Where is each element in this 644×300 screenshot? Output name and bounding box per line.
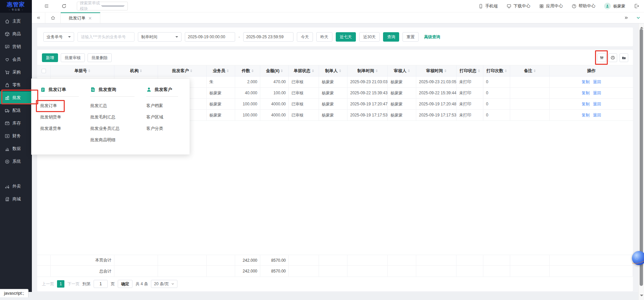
sort-icon[interactable] xyxy=(252,68,254,73)
column-header-备注[interactable]: 备注 xyxy=(510,65,550,76)
quick-range-button-昨天[interactable]: 昨天 xyxy=(316,32,332,42)
flyout-item-客户区域[interactable]: 客户区域 xyxy=(146,114,163,120)
time-type-select[interactable]: 制单时间 xyxy=(138,32,181,42)
search-button[interactable]: 查询 xyxy=(383,32,399,42)
action-link-退回[interactable]: 退回 xyxy=(593,90,601,96)
sidebar-item-财务[interactable]: 财务 xyxy=(0,130,32,142)
sort-icon[interactable] xyxy=(478,68,480,73)
tabs-scroll-left-button[interactable] xyxy=(32,12,45,23)
top-link-应用中心[interactable]: 应用中心 xyxy=(539,3,563,9)
scrollbar-up-arrow[interactable] xyxy=(640,25,643,29)
column-header-打印次数[interactable]: 打印次数 xyxy=(483,65,510,76)
top-link-下载中心[interactable]: 下载中心 xyxy=(506,3,530,9)
scrollbar-down-arrow[interactable] xyxy=(640,295,643,298)
close-tab-icon[interactable]: ✕ xyxy=(88,16,92,20)
floating-assistant-ball[interactable] xyxy=(632,251,644,265)
column-header-操作[interactable]: 操作 xyxy=(550,65,633,76)
sort-icon[interactable] xyxy=(408,68,410,73)
menu-search-input[interactable]: 搜索菜单或模块 xyxy=(77,2,128,10)
column-header-件数[interactable]: 件数 xyxy=(235,65,260,76)
sort-icon[interactable] xyxy=(281,68,283,73)
flyout-item-批发订单[interactable]: 批发订单 xyxy=(40,103,57,109)
tab-wholesale-order[interactable]: 批发订单 ✕ xyxy=(61,12,100,23)
sort-icon[interactable] xyxy=(140,68,142,73)
reset-button[interactable]: 重置 xyxy=(402,32,419,42)
filter-field-select[interactable]: 业务单号 xyxy=(43,32,74,42)
scrollbar-thumb[interactable] xyxy=(640,29,643,286)
action-link-退回[interactable]: 退回 xyxy=(593,112,601,118)
sort-icon[interactable] xyxy=(190,68,192,73)
export-button[interactable] xyxy=(620,53,628,62)
flyout-item-批发毛利汇总[interactable]: 批发毛利汇总 xyxy=(90,114,115,120)
flyout-item-批发商品明细[interactable]: 批发商品明细 xyxy=(90,137,115,143)
column-header-单据状态[interactable]: 单据状态 xyxy=(289,65,319,76)
sort-icon[interactable] xyxy=(505,68,507,73)
top-link-手机端[interactable]: 手机端 xyxy=(478,3,498,9)
column-header-打印状态[interactable]: 打印状态 xyxy=(457,65,483,76)
app-logo[interactable]: 惠管家 - 专业版 - xyxy=(0,0,32,13)
sidebar-item-批发[interactable]: 批发 xyxy=(0,91,32,104)
flyout-item-批发汇总[interactable]: 批发汇总 xyxy=(90,103,107,109)
sidebar-item-配送[interactable]: 配送 xyxy=(0,104,32,117)
column-settings-button[interactable] xyxy=(597,53,606,62)
add-button[interactable]: 新增 xyxy=(42,53,58,62)
sidebar-item-库存[interactable]: 库存 xyxy=(0,117,32,130)
sidebar-item-数据[interactable]: 数据 xyxy=(0,142,32,155)
date-end-input[interactable]: 2025-09-25 23:59:59 xyxy=(243,32,293,42)
sidebar-item-营销[interactable]: 营销 xyxy=(0,40,32,53)
column-header-审核时间[interactable]: 审核时间 xyxy=(416,65,457,76)
column-header-批发客户[interactable]: 批发客户 xyxy=(158,65,207,76)
column-header-制单人[interactable]: 制单人 xyxy=(319,65,347,76)
sidebar-item-系统[interactable]: 系统 xyxy=(0,155,32,168)
page-1-button[interactable]: 1 xyxy=(57,280,64,288)
tabs-scroll-right-button[interactable] xyxy=(624,15,629,20)
action-link-退回[interactable]: 退回 xyxy=(593,79,601,85)
quick-range-button-今天[interactable]: 今天 xyxy=(297,32,313,42)
refresh-icon[interactable] xyxy=(61,3,67,9)
action-link-复制[interactable]: 复制 xyxy=(582,101,590,107)
column-header-业务员[interactable]: 业务员 xyxy=(207,65,235,76)
sidebar-item-零售[interactable]: 零售 xyxy=(0,79,32,91)
sort-icon[interactable] xyxy=(227,68,229,73)
prev-page-button[interactable]: 上一页 xyxy=(42,281,54,287)
tabs-dropdown-icon[interactable] xyxy=(636,15,641,20)
sidebar-item-会员[interactable]: 会员 xyxy=(0,53,32,66)
goto-confirm-button[interactable]: 确定 xyxy=(118,280,132,288)
flyout-item-客户档案[interactable]: 客户档案 xyxy=(146,103,163,109)
top-link-帮助中心[interactable]: 帮助中心 xyxy=(572,3,595,9)
page-size-select[interactable]: 20 条/页 xyxy=(151,280,177,288)
action-link-复制[interactable]: 复制 xyxy=(582,112,590,118)
sidebar-item-采购[interactable]: 采购 xyxy=(0,66,32,79)
action-link-复制[interactable]: 复制 xyxy=(582,90,590,96)
goto-page-input[interactable]: 1 xyxy=(94,280,108,288)
sidebar-item-商品[interactable]: 商品 xyxy=(0,28,32,40)
quick-range-button-近七天[interactable]: 近七天 xyxy=(336,32,356,42)
print-button[interactable] xyxy=(608,53,617,62)
flyout-item-批发业务员汇总[interactable]: 批发业务员汇总 xyxy=(90,126,120,132)
action-link-退回[interactable]: 退回 xyxy=(593,101,601,107)
sort-icon[interactable] xyxy=(88,68,90,73)
flyout-item-批发退货单[interactable]: 批发退货单 xyxy=(40,126,61,132)
sort-icon[interactable] xyxy=(376,68,378,73)
sort-icon[interactable] xyxy=(444,68,446,73)
quick-range-button-近30天[interactable]: 近30天 xyxy=(359,32,380,42)
column-header-审核人[interactable]: 审核人 xyxy=(388,65,416,76)
sidebar-item-主页[interactable]: 主页 xyxy=(0,15,32,28)
user-menu[interactable]: 杨蒙蒙 xyxy=(604,3,625,9)
advanced-search-link[interactable]: 高级查询 xyxy=(424,34,440,40)
column-header-机构[interactable]: 机构 xyxy=(114,65,158,76)
flyout-item-客户分类[interactable]: 客户分类 xyxy=(146,126,163,132)
batch-audit-button[interactable]: 批量审核 xyxy=(61,53,85,62)
column-header-金额(¥)[interactable]: 金额(¥) xyxy=(260,65,289,76)
flyout-item-批发销货单[interactable]: 批发销货单 xyxy=(40,114,61,120)
batch-delete-button[interactable]: 批量删除 xyxy=(88,53,112,62)
sort-icon[interactable] xyxy=(339,68,341,73)
date-start-input[interactable]: 2025-09-19 00:00:00 xyxy=(185,32,235,42)
sidebar-item-商城[interactable]: 商城 xyxy=(0,193,32,205)
select-all-checkbox[interactable] xyxy=(42,69,46,73)
logout-icon[interactable] xyxy=(634,3,639,9)
action-link-复制[interactable]: 复制 xyxy=(582,79,590,85)
sort-icon[interactable] xyxy=(534,68,536,73)
collapse-sidebar-icon[interactable] xyxy=(44,3,49,9)
next-page-button[interactable]: 下一页 xyxy=(67,281,79,287)
